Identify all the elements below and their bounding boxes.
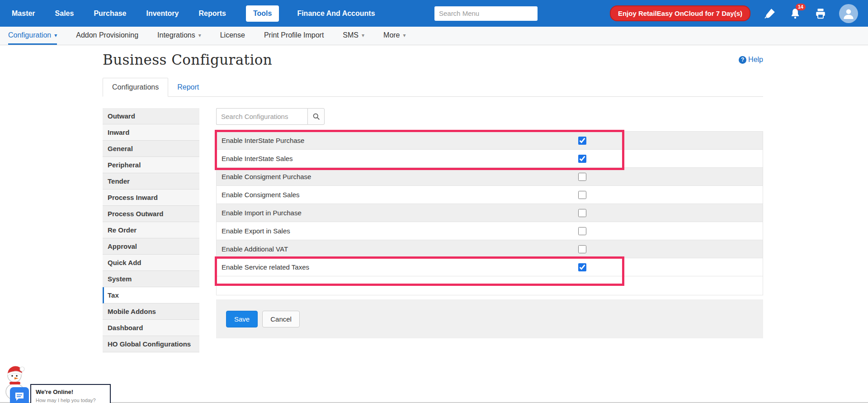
tab-report[interactable]: Report xyxy=(168,78,208,96)
chat-bubble-icon xyxy=(14,391,25,402)
subnav-item-sms[interactable]: SMS ▾ xyxy=(343,27,364,45)
page-header: Business Configuration ? Help xyxy=(103,52,763,68)
print-button[interactable] xyxy=(815,8,826,19)
sidebar-item-ho-global-configurations[interactable]: HO Global Configurations xyxy=(103,336,199,352)
subnav-item-print-profile-import[interactable]: Print Profile Import xyxy=(264,27,324,45)
sidebar-item-re-order[interactable]: Re Order xyxy=(103,222,199,238)
help-link[interactable]: ? Help xyxy=(739,56,763,64)
menu-item-sales[interactable]: Sales xyxy=(55,9,74,18)
sidebar-item-tender[interactable]: Tender xyxy=(103,173,199,190)
config-row-interstate-sales: Enable InterState Sales xyxy=(217,150,763,168)
theme-brush-icon[interactable] xyxy=(764,8,776,19)
subnav-label: More xyxy=(383,31,400,39)
chevron-down-icon: ▾ xyxy=(54,32,57,38)
chat-launcher-button[interactable] xyxy=(10,387,29,403)
config-row-consigment-purchase: Enable Consigment Purchase xyxy=(217,168,763,186)
subnav-item-configuration[interactable]: Configuration ▾ xyxy=(8,27,57,45)
config-row-label: Enable InterState Purchase xyxy=(222,137,304,144)
config-options-list: Enable InterState Purchase Enable InterS… xyxy=(216,131,763,295)
subnav-item-integrations[interactable]: Integrations ▾ xyxy=(157,27,201,45)
brush-icon xyxy=(764,8,776,19)
sidebar-item-inward[interactable]: Inward xyxy=(103,124,199,141)
consigment-sales-checkbox[interactable] xyxy=(578,191,586,199)
config-row-label: Enable Export in Sales xyxy=(222,227,290,235)
consigment-purchase-checkbox[interactable] xyxy=(578,173,586,181)
subnav-label: License xyxy=(220,31,245,39)
config-row-label: Enable Consigment Purchase xyxy=(222,173,311,180)
help-question-icon: ? xyxy=(739,56,746,64)
chat-status-box[interactable]: We're Online! How may I help you today? xyxy=(30,384,111,403)
config-row-label: Enable Additional VAT xyxy=(222,245,288,253)
top-navigation-bar: Master Sales Purchase Inventory Reports … xyxy=(0,0,868,27)
config-row-additional-vat: Enable Additional VAT xyxy=(217,240,763,258)
config-content: Enable InterState Purchase Enable InterS… xyxy=(216,108,763,352)
config-row-interstate-purchase: Enable InterState Purchase xyxy=(217,132,763,150)
search-button[interactable] xyxy=(307,108,325,125)
sidebar-item-general[interactable]: General xyxy=(103,141,199,157)
chevron-down-icon: ▾ xyxy=(403,32,406,38)
menu-item-inventory[interactable]: Inventory xyxy=(146,9,179,18)
chevron-down-icon: ▾ xyxy=(362,32,364,38)
config-row-consigment-sales: Enable Consigment Sales xyxy=(217,186,763,204)
sidebar-item-quick-add[interactable]: Quick Add xyxy=(103,255,199,271)
menu-item-purchase[interactable]: Purchase xyxy=(94,9,126,18)
service-related-taxes-checkbox[interactable] xyxy=(578,263,586,271)
menu-item-master[interactable]: Master xyxy=(12,9,35,18)
config-search-group xyxy=(216,108,763,125)
subnav-label: Print Profile Import xyxy=(264,31,324,39)
tab-bar: Configurations Report xyxy=(103,78,763,97)
interstate-purchase-checkbox[interactable] xyxy=(578,137,586,145)
menu-item-finance-and-accounts[interactable]: Finance And Accounts xyxy=(297,9,375,18)
export-in-sales-checkbox[interactable] xyxy=(578,227,586,235)
sidebar-item-peripheral[interactable]: Peripheral xyxy=(103,157,199,173)
menu-item-reports[interactable]: Reports xyxy=(198,9,226,18)
sidebar-item-tax[interactable]: Tax xyxy=(103,287,199,303)
config-row-label: Enable Service related Taxes xyxy=(222,263,309,271)
subnav-label: Integrations xyxy=(157,31,195,39)
subnav-label: Configuration xyxy=(8,31,51,39)
notification-count-badge: 14 xyxy=(796,4,806,10)
subnav-label: Addon Provisioning xyxy=(76,31,138,39)
sidebar-item-process-outward[interactable]: Process Outward xyxy=(103,206,199,222)
configurations-layout: Outward Inward General Peripheral Tender… xyxy=(103,108,763,352)
subnav-item-addon-provisioning[interactable]: Addon Provisioning xyxy=(76,27,138,45)
chevron-down-icon: ▾ xyxy=(198,32,201,38)
user-icon xyxy=(842,7,855,20)
trial-promo-button[interactable]: Enjoy RetailEasy OnCloud for 7 Day(s) xyxy=(610,5,750,21)
main-menu: Master Sales Purchase Inventory Reports … xyxy=(12,5,395,22)
search-configurations-input[interactable] xyxy=(216,108,307,125)
search-menu-input[interactable] xyxy=(434,6,538,21)
subnav-item-more[interactable]: More ▾ xyxy=(383,27,406,45)
help-label: Help xyxy=(748,56,763,64)
subnav-label: SMS xyxy=(343,31,359,39)
user-avatar[interactable] xyxy=(839,4,858,23)
sidebar-item-dashboard[interactable]: Dashboard xyxy=(103,320,199,336)
form-actions-bar: Save Cancel xyxy=(216,299,763,338)
config-row-label: Enable InterState Sales xyxy=(222,155,293,162)
business-configuration-page: Business Configuration ? Help Configurat… xyxy=(103,45,763,352)
chat-status-text: We're Online! xyxy=(36,389,105,395)
tab-configurations[interactable]: Configurations xyxy=(103,78,168,97)
sidebar-item-mobile-addons[interactable]: Mobile Addons xyxy=(103,303,199,320)
menu-item-tools[interactable]: Tools xyxy=(246,5,279,22)
config-row-label: Enable Import in Purchase xyxy=(222,209,302,217)
import-in-purchase-checkbox[interactable] xyxy=(578,209,586,217)
config-row-export-in-sales: Enable Export in Sales xyxy=(217,222,763,240)
interstate-sales-checkbox[interactable] xyxy=(578,155,586,163)
secondary-navigation-bar: Configuration ▾ Addon Provisioning Integ… xyxy=(0,27,868,45)
sidebar-item-outward[interactable]: Outward xyxy=(103,108,199,124)
subnav-item-license[interactable]: License xyxy=(220,27,245,45)
config-row-import-in-purchase: Enable Import in Purchase xyxy=(217,204,763,222)
sidebar-item-process-inward[interactable]: Process Inward xyxy=(103,190,199,206)
sidebar-item-approval[interactable]: Approval xyxy=(103,238,199,255)
cancel-button[interactable]: Cancel xyxy=(262,311,300,327)
notifications-bell[interactable]: 14 xyxy=(789,8,801,19)
chat-message-text: How may I help you today? xyxy=(36,398,105,403)
search-icon xyxy=(312,113,320,120)
additional-vat-checkbox[interactable] xyxy=(578,245,586,253)
config-category-menu: Outward Inward General Peripheral Tender… xyxy=(103,108,199,352)
save-button[interactable]: Save xyxy=(226,311,258,327)
sidebar-item-system[interactable]: System xyxy=(103,271,199,287)
printer-icon xyxy=(815,8,826,19)
config-row-label: Enable Consigment Sales xyxy=(222,191,300,199)
